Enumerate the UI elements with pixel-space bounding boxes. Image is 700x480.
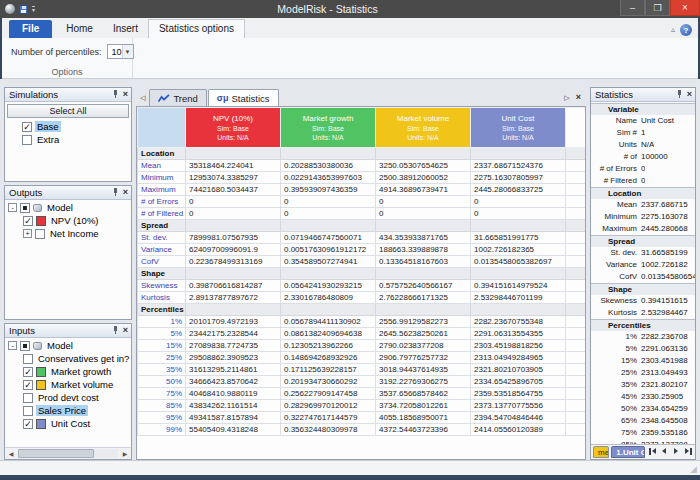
stat-value: 1002.726182	[637, 259, 688, 271]
scrollbar-thumb[interactable]	[18, 449, 94, 458]
input-root[interactable]: -Model	[8, 339, 131, 352]
percentiles-combobox[interactable]: 10 ▼	[107, 44, 134, 59]
app-icon[interactable]	[5, 4, 15, 14]
doc-tab-statistics[interactable]: σμStatistics	[208, 89, 279, 106]
sheet-tab-1-unit-cost[interactable]: 1.Unit Cost	[611, 446, 645, 458]
pin-icon[interactable]	[112, 326, 119, 335]
window-title: ModelRisk - Statistics	[35, 3, 620, 15]
stat-value: 2348.645508	[637, 415, 688, 427]
input-item-label: Sales Price	[36, 405, 88, 416]
input-item-market-volume[interactable]: ✓Market volume	[8, 378, 131, 391]
close-panel-icon[interactable]: ×	[123, 326, 128, 335]
close-panel-icon[interactable]: ×	[687, 90, 692, 99]
stats-row-maximum: Maximum2445.280668	[591, 223, 695, 235]
cell-value: 2645.56238250261	[376, 328, 471, 340]
close-document-icon[interactable]: ×	[576, 93, 581, 102]
section-cell	[281, 304, 376, 316]
checkbox-prod-devt-cost[interactable]	[23, 393, 33, 403]
cell-value: 0.322747617144579	[281, 412, 376, 424]
checkbox-unit-cost[interactable]: ✓	[23, 419, 33, 429]
stats-row-35pct: 35%2321.802107	[591, 379, 695, 391]
checkbox-extra[interactable]	[22, 135, 32, 145]
doc-tab-trend[interactable]: Trend	[149, 89, 206, 106]
section-cell	[566, 220, 586, 232]
input-item-sales-price[interactable]: Sales Price	[8, 404, 131, 417]
checkbox-model[interactable]	[20, 203, 30, 213]
previous-sheet-icon[interactable]	[659, 446, 669, 456]
section-cell	[186, 268, 281, 280]
maximize-button[interactable]: ❒	[645, 0, 670, 16]
checkbox-base[interactable]: ✓	[22, 122, 32, 132]
checkbox-market-volume[interactable]: ✓	[23, 380, 33, 390]
chevron-down-icon[interactable]: ▼	[122, 45, 133, 58]
resize-grip[interactable]: ◢	[690, 464, 697, 474]
checkbox-sales-price[interactable]	[23, 406, 33, 416]
checkbox-net-income[interactable]	[35, 229, 45, 239]
ribbon-tab-home[interactable]: Home	[56, 20, 103, 38]
table-row-15pct: 15%27089838.77247350.123052139622662790.…	[138, 340, 586, 352]
first-sheet-icon[interactable]	[647, 446, 657, 456]
checkbox-model[interactable]	[20, 341, 30, 351]
simulation-item-extra[interactable]: Extra	[8, 133, 131, 146]
pin-icon[interactable]	[676, 90, 683, 99]
last-sheet-icon[interactable]	[683, 446, 693, 456]
row-label: 95%	[138, 412, 186, 424]
output-root[interactable]: -Model	[8, 201, 131, 214]
stat-value: 2330.25905	[637, 391, 683, 403]
output-item-npv-10pct[interactable]: ✓NPV (10%)	[8, 214, 131, 227]
doc-tab-label: Statistics	[232, 93, 270, 104]
input-item-conservatives-get-in-1-y[interactable]: Conservatives get in? (1=y	[8, 352, 131, 365]
scroll-right-icon[interactable]: ▶	[119, 448, 131, 459]
column-sim: Sim: Base	[471, 124, 565, 133]
expand-icon[interactable]: +	[23, 229, 32, 238]
checkbox-market-growth[interactable]: ✓	[23, 367, 33, 377]
scroll-left-icon[interactable]: ◀	[5, 448, 17, 459]
column-units: Units: N/A	[471, 133, 565, 142]
stats-row-name: NameUnit Cost	[591, 115, 695, 127]
cell-value: 2790.0238377208	[376, 340, 471, 352]
sheet-tab-me[interactable]: me	[593, 446, 609, 458]
pin-icon[interactable]	[112, 188, 119, 197]
save-icon[interactable]	[19, 5, 28, 14]
section-cell	[376, 148, 471, 160]
stats-row-65pct: 65%2348.645508	[591, 415, 695, 427]
stat-label: 25%	[591, 367, 637, 379]
next-sheet-icon[interactable]	[671, 446, 681, 456]
minimize-button[interactable]: –	[620, 0, 645, 16]
select-all-button[interactable]: Select All	[7, 104, 129, 118]
close-button[interactable]: ×	[670, 0, 700, 16]
stats-section-percentiles: Percentiles	[591, 319, 695, 331]
section-cell	[566, 268, 586, 280]
input-item-unit-cost[interactable]: ✓Unit Cost	[8, 417, 131, 430]
filler-cell	[566, 364, 586, 376]
help-icon[interactable]: ?	[680, 24, 692, 36]
collapse-icon[interactable]: -	[8, 341, 17, 350]
cell-value: 4914.36896739471	[376, 184, 471, 196]
checkbox-conservatives-get-in-1-y[interactable]	[23, 354, 33, 364]
cell-value: 0.282969970120012	[281, 400, 376, 412]
table-row-variance: Variance62409700996091.90.00517630961912…	[138, 244, 586, 256]
checkbox-npv-10pct[interactable]: ✓	[23, 216, 33, 226]
scroll-tabs-right-icon[interactable]: ▷	[564, 94, 569, 102]
scroll-tabs-left-icon[interactable]: ◁	[137, 94, 148, 106]
doc-tab-label: Trend	[173, 93, 197, 104]
close-panel-icon[interactable]: ×	[123, 90, 128, 99]
stat-value: 0	[637, 175, 645, 187]
ribbon-tab-insert[interactable]: Insert	[103, 20, 148, 38]
statistics-panel: Statistics × VariableNameUnit CostSim #1…	[590, 87, 696, 460]
input-item-prod-devt-cost[interactable]: Prod devt cost	[8, 391, 131, 404]
scrollbar-track[interactable]	[18, 449, 118, 458]
horizontal-scrollbar[interactable]: ◀ ▶	[5, 447, 131, 459]
ribbon-tab-statistics-options[interactable]: Statistics options	[148, 19, 245, 38]
ribbon-tab-file[interactable]: File	[9, 20, 52, 38]
pin-icon[interactable]	[112, 90, 119, 99]
collapse-icon[interactable]: -	[8, 203, 17, 212]
stats-row-units: UnitsN/A	[591, 139, 695, 151]
input-item-market-growth[interactable]: ✓Market growth	[8, 365, 131, 378]
output-item-net-income[interactable]: +Net Income	[8, 227, 131, 240]
filler-cell	[566, 292, 586, 304]
collapse-ribbon-icon[interactable]: ▵	[671, 26, 675, 34]
close-panel-icon[interactable]: ×	[123, 188, 128, 197]
simulation-item-base[interactable]: ✓Base	[8, 120, 131, 133]
filler-cell	[566, 352, 586, 364]
